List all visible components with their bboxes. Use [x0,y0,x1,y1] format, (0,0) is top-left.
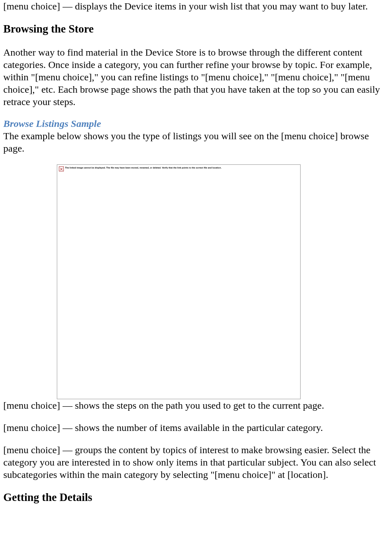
broken-image-message: The linked image cannot be displayed. Th… [65,166,222,169]
spacer [3,412,389,421]
desc-count: [menu choice] — shows the number of item… [3,421,389,434]
heading-browsing-the-store: Browsing the Store [3,22,389,36]
wishlist-paragraph: [menu choice] — displays the Device item… [3,0,389,12]
document-page: [menu choice] — displays the Device item… [0,0,392,514]
desc-categories: [menu choice] — groups the content by to… [3,444,389,481]
heading-browse-listings-sample: Browse Listings Sample [3,118,389,130]
heading-getting-the-details: Getting the Details [3,491,389,505]
browsing-paragraph: Another way to find material in the Devi… [3,46,389,108]
sample-intro-paragraph: The example below shows you the type of … [3,130,389,154]
desc-path: [menu choice] — shows the steps on the p… [3,399,389,412]
broken-image-placeholder-inner: The linked image cannot be displayed. Th… [59,166,299,171]
broken-image-icon [59,166,64,171]
broken-image-placeholder: The linked image cannot be displayed. Th… [57,164,301,399]
